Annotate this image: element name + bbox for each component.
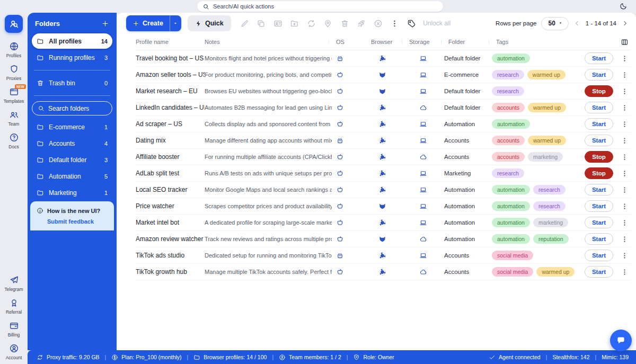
sidebar-item-profiles[interactable]: Profiles xyxy=(0,38,28,61)
row-menu-button[interactable] xyxy=(618,268,631,276)
start-stop-button[interactable]: Start xyxy=(585,52,613,64)
app-logo[interactable] xyxy=(5,15,23,33)
table-row[interactable]: Travel booking bot – US Monitors flight … xyxy=(136,50,631,67)
rows-per-page-select[interactable]: 50 xyxy=(541,17,568,30)
folder-icon xyxy=(37,123,44,131)
create-dropdown-caret[interactable] xyxy=(170,15,181,31)
start-stop-button[interactable]: Start xyxy=(585,135,613,146)
table-row[interactable]: Amazon review watcher Track new reviews … xyxy=(136,231,631,247)
start-stop-button[interactable]: Start xyxy=(585,200,613,212)
folder-item-default-folder[interactable]: Default folder3 xyxy=(32,152,112,167)
search-folders-input[interactable]: Search folders xyxy=(32,101,112,116)
table-row[interactable]: Market research – EU Browses EU websites… xyxy=(136,83,631,100)
start-stop-button[interactable]: Start xyxy=(585,250,613,261)
column-settings-icon[interactable] xyxy=(618,38,631,46)
next-page-button[interactable] xyxy=(621,20,629,27)
tag-icon[interactable] xyxy=(407,19,416,28)
start-stop-button[interactable]: Start xyxy=(585,266,613,278)
sidebar-item-account[interactable]: Account xyxy=(0,340,28,363)
start-stop-button[interactable]: Stop xyxy=(585,151,613,163)
table-row[interactable]: LinkedIn candidates – UK Automates B2B m… xyxy=(136,100,631,116)
shield-icon xyxy=(9,64,19,74)
sidebar-item-trash-bin[interactable]: Trash bin 0 xyxy=(32,75,112,91)
sidebar-item-referral[interactable]: Referral xyxy=(0,295,28,317)
folder-item-all-profiles[interactable]: All profiles14 xyxy=(32,33,112,49)
row-menu-button[interactable] xyxy=(618,252,631,260)
status-item: Mimic: 139 xyxy=(602,354,629,360)
refresh-icon[interactable] xyxy=(307,19,316,28)
column-header-browser[interactable]: Browser xyxy=(367,39,405,45)
folder-item-running-profiles[interactable]: Running profiles3 xyxy=(32,50,112,65)
separator: | xyxy=(272,354,273,360)
live-chat-button[interactable] xyxy=(610,330,632,351)
pin-icon[interactable] xyxy=(323,19,332,28)
start-stop-button[interactable]: Start xyxy=(585,118,613,130)
start-stop-button[interactable]: Start xyxy=(585,184,613,196)
start-stop-button[interactable]: Start xyxy=(585,69,613,81)
start-stop-button[interactable]: Start xyxy=(585,217,613,228)
sidebar-item-docs[interactable]: Docs xyxy=(0,129,28,152)
column-header-notes[interactable]: Notes xyxy=(205,39,332,45)
table-row[interactable]: TikTok growth hub Manage multiple TikTok… xyxy=(136,264,631,280)
folder-item-e-commerce[interactable]: E-commerce1 xyxy=(32,119,112,135)
column-header-profile-name[interactable]: Profile name xyxy=(136,39,205,45)
column-header-os[interactable]: OS xyxy=(332,39,367,45)
profile-tags: research xyxy=(492,86,580,96)
profile-tags: accountsmarketing xyxy=(492,152,580,162)
folder-label: Marketing xyxy=(49,189,77,197)
trash-icon[interactable] xyxy=(340,19,349,28)
add-folder-button[interactable] xyxy=(101,20,109,28)
dark-mode-toggle-moon-icon[interactable] xyxy=(620,2,628,10)
table-row[interactable]: Ad scraper – US Collects display ads and… xyxy=(136,116,631,132)
sidebar-item-proxies[interactable]: Proxies xyxy=(0,61,28,84)
launch-icon[interactable] xyxy=(357,19,366,28)
row-menu-button[interactable] xyxy=(618,137,631,145)
folder-item-accounts[interactable]: Accounts4 xyxy=(32,136,112,151)
table-row[interactable]: TikTok ads studio Dedicated setup for ru… xyxy=(136,247,631,264)
row-menu-button[interactable] xyxy=(618,104,631,112)
table-row[interactable]: Local SEO tracker Monitor Google Maps an… xyxy=(136,182,631,198)
start-stop-button[interactable]: Stop xyxy=(585,167,613,179)
column-header-folder[interactable]: Folder xyxy=(444,39,492,45)
row-menu-button[interactable] xyxy=(618,170,631,177)
start-stop-button[interactable]: Start xyxy=(585,233,613,245)
profile-name: Amazon review watcher xyxy=(136,235,205,243)
table-row[interactable]: Market intel bot A dedicated profile for… xyxy=(136,215,631,231)
unlock-all-button[interactable]: Unlock all xyxy=(423,20,450,27)
row-menu-button[interactable] xyxy=(618,219,631,227)
duplicate-icon[interactable] xyxy=(257,19,266,28)
table-row[interactable]: Amazon seller tools – US For product mon… xyxy=(136,67,631,83)
cancel-icon[interactable] xyxy=(374,19,383,28)
quick-button[interactable]: Quick xyxy=(188,15,231,31)
create-split-button[interactable]: Create xyxy=(126,15,181,31)
edit-icon[interactable] xyxy=(240,19,249,28)
move-folder-icon[interactable] xyxy=(290,19,299,28)
row-menu-button[interactable] xyxy=(618,186,631,194)
folder-item-automation[interactable]: Automation5 xyxy=(32,168,112,184)
row-menu-button[interactable] xyxy=(618,153,631,161)
start-stop-button[interactable]: Stop xyxy=(585,85,613,97)
start-stop-button[interactable]: Start xyxy=(585,102,613,113)
sidebar-item-templates[interactable]: NEWTemplates xyxy=(0,84,28,106)
row-menu-button[interactable] xyxy=(618,71,631,79)
column-header-tags[interactable]: Tags xyxy=(492,39,580,45)
table-row[interactable]: Affiliate booster For running multiple a… xyxy=(136,149,631,165)
sidebar-item-team[interactable]: Team xyxy=(0,106,28,129)
table-row[interactable]: Price watcher Scrapes competitor prices … xyxy=(136,198,631,215)
table-row[interactable]: Dating mix Manage different dating app a… xyxy=(136,132,631,149)
sidebar-item-telegram[interactable]: Telegram xyxy=(0,272,28,295)
submit-feedback-link[interactable]: Submit feedback xyxy=(47,218,108,225)
folder-item-marketing[interactable]: Marketing1 xyxy=(32,185,112,200)
row-menu-button[interactable] xyxy=(618,235,631,243)
profile-card-icon[interactable] xyxy=(273,19,282,28)
global-search-input[interactable]: Search/AI quick actions xyxy=(197,1,443,12)
sidebar-item-billing[interactable]: Billing xyxy=(0,317,28,340)
more-icon[interactable] xyxy=(390,19,399,28)
column-header-storage[interactable]: Storage xyxy=(405,39,444,45)
row-menu-button[interactable] xyxy=(618,55,631,63)
previous-page-button[interactable] xyxy=(573,20,581,27)
table-row[interactable]: AdLab split test Runs A/B tests on ads w… xyxy=(136,165,631,182)
row-menu-button[interactable] xyxy=(618,202,631,210)
row-menu-button[interactable] xyxy=(618,120,631,128)
row-menu-button[interactable] xyxy=(618,87,631,95)
